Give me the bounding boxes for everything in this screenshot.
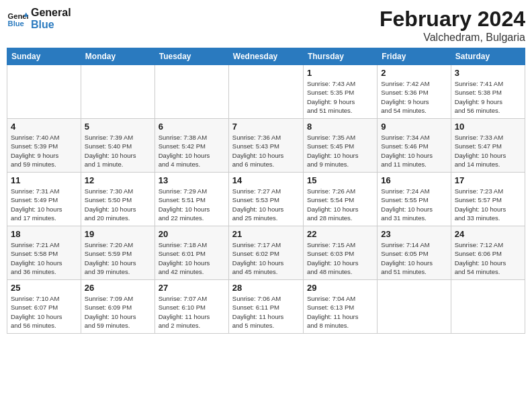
day-cell: 20Sunrise: 7:18 AM Sunset: 6:01 PM Dayli… (154, 226, 228, 280)
day-info: Sunrise: 7:09 AM Sunset: 6:09 PM Dayligh… (85, 294, 151, 330)
day-cell: 6Sunrise: 7:38 AM Sunset: 5:42 PM Daylig… (154, 119, 228, 173)
weekday-header-sunday: Sunday (7, 48, 81, 65)
weekday-header-monday: Monday (81, 48, 154, 65)
day-cell: 26Sunrise: 7:09 AM Sunset: 6:09 PM Dayli… (81, 280, 154, 334)
day-cell (378, 280, 451, 334)
day-info: Sunrise: 7:04 AM Sunset: 6:13 PM Dayligh… (307, 294, 373, 330)
day-cell: 4Sunrise: 7:40 AM Sunset: 5:39 PM Daylig… (7, 119, 81, 173)
day-info: Sunrise: 7:21 AM Sunset: 5:58 PM Dayligh… (11, 240, 77, 276)
day-number: 16 (381, 175, 447, 185)
day-number: 29 (307, 283, 373, 293)
day-number: 18 (11, 229, 77, 239)
day-number: 9 (381, 122, 447, 132)
weekday-header-friday: Friday (378, 48, 451, 65)
day-number: 8 (307, 122, 373, 132)
day-number: 11 (11, 175, 77, 185)
day-cell: 27Sunrise: 7:07 AM Sunset: 6:10 PM Dayli… (154, 280, 228, 334)
day-info: Sunrise: 7:40 AM Sunset: 5:39 PM Dayligh… (11, 133, 77, 169)
day-info: Sunrise: 7:41 AM Sunset: 5:38 PM Dayligh… (455, 79, 521, 115)
day-number: 4 (11, 122, 77, 132)
day-cell: 5Sunrise: 7:39 AM Sunset: 5:40 PM Daylig… (81, 119, 154, 173)
day-number: 3 (455, 68, 521, 78)
week-row-4: 18Sunrise: 7:21 AM Sunset: 5:58 PM Dayli… (7, 226, 525, 280)
day-info: Sunrise: 7:30 AM Sunset: 5:50 PM Dayligh… (85, 187, 151, 222)
weekday-header-wednesday: Wednesday (228, 48, 303, 65)
day-info: Sunrise: 7:20 AM Sunset: 5:59 PM Dayligh… (85, 240, 151, 276)
day-cell: 28Sunrise: 7:06 AM Sunset: 6:11 PM Dayli… (228, 280, 303, 334)
day-cell (451, 280, 525, 334)
day-number: 21 (232, 229, 300, 239)
day-info: Sunrise: 7:14 AM Sunset: 6:05 PM Dayligh… (381, 240, 447, 276)
day-number: 25 (11, 283, 77, 293)
week-row-5: 25Sunrise: 7:10 AM Sunset: 6:07 PM Dayli… (7, 280, 525, 334)
weekday-header-tuesday: Tuesday (154, 48, 228, 65)
day-number: 10 (455, 122, 521, 132)
day-number: 26 (85, 283, 151, 293)
day-info: Sunrise: 7:23 AM Sunset: 5:57 PM Dayligh… (455, 187, 521, 222)
day-number: 7 (232, 122, 300, 132)
day-info: Sunrise: 7:38 AM Sunset: 5:42 PM Dayligh… (159, 133, 225, 169)
day-cell: 8Sunrise: 7:35 AM Sunset: 5:45 PM Daylig… (303, 119, 377, 173)
day-cell (154, 65, 228, 119)
day-cell: 24Sunrise: 7:12 AM Sunset: 6:06 PM Dayli… (451, 226, 525, 280)
day-number: 12 (85, 175, 151, 185)
day-cell: 10Sunrise: 7:33 AM Sunset: 5:47 PM Dayli… (451, 119, 525, 173)
day-info: Sunrise: 7:34 AM Sunset: 5:46 PM Dayligh… (381, 133, 447, 169)
week-row-1: 1Sunrise: 7:43 AM Sunset: 5:35 PM Daylig… (7, 65, 525, 119)
day-number: 5 (85, 122, 151, 132)
logo: General Blue General Blue (7, 7, 71, 30)
day-number: 1 (307, 68, 373, 78)
day-info: Sunrise: 7:06 AM Sunset: 6:11 PM Dayligh… (232, 294, 300, 330)
day-cell: 7Sunrise: 7:36 AM Sunset: 5:43 PM Daylig… (228, 119, 303, 173)
day-cell: 29Sunrise: 7:04 AM Sunset: 6:13 PM Dayli… (303, 280, 377, 334)
day-info: Sunrise: 7:35 AM Sunset: 5:45 PM Dayligh… (307, 133, 373, 169)
title-block: February 2024 Valchedram, Bulgaria (380, 7, 525, 44)
logo-blue: Blue (31, 19, 71, 31)
weekday-header-row: SundayMondayTuesdayWednesdayThursdayFrid… (7, 48, 525, 65)
day-cell: 15Sunrise: 7:26 AM Sunset: 5:54 PM Dayli… (303, 173, 377, 226)
day-cell: 18Sunrise: 7:21 AM Sunset: 5:58 PM Dayli… (7, 226, 81, 280)
day-cell: 23Sunrise: 7:14 AM Sunset: 6:05 PM Dayli… (378, 226, 451, 280)
weekday-header-saturday: Saturday (451, 48, 525, 65)
day-cell: 25Sunrise: 7:10 AM Sunset: 6:07 PM Dayli… (7, 280, 81, 334)
day-cell: 2Sunrise: 7:42 AM Sunset: 5:36 PM Daylig… (378, 65, 451, 119)
day-cell: 19Sunrise: 7:20 AM Sunset: 5:59 PM Dayli… (81, 226, 154, 280)
day-cell: 1Sunrise: 7:43 AM Sunset: 5:35 PM Daylig… (303, 65, 377, 119)
day-number: 20 (159, 229, 225, 239)
day-info: Sunrise: 7:10 AM Sunset: 6:07 PM Dayligh… (11, 294, 77, 330)
day-number: 13 (159, 175, 225, 185)
day-cell: 11Sunrise: 7:31 AM Sunset: 5:49 PM Dayli… (7, 173, 81, 226)
location-subtitle: Valchedram, Bulgaria (380, 32, 525, 44)
day-info: Sunrise: 7:15 AM Sunset: 6:03 PM Dayligh… (307, 240, 373, 276)
day-cell: 9Sunrise: 7:34 AM Sunset: 5:46 PM Daylig… (378, 119, 451, 173)
week-row-3: 11Sunrise: 7:31 AM Sunset: 5:49 PM Dayli… (7, 173, 525, 226)
day-info: Sunrise: 7:31 AM Sunset: 5:49 PM Dayligh… (11, 187, 77, 222)
day-info: Sunrise: 7:36 AM Sunset: 5:43 PM Dayligh… (232, 133, 300, 169)
day-cell (228, 65, 303, 119)
day-info: Sunrise: 7:17 AM Sunset: 6:02 PM Dayligh… (232, 240, 300, 276)
day-info: Sunrise: 7:07 AM Sunset: 6:10 PM Dayligh… (159, 294, 225, 330)
day-number: 23 (381, 229, 447, 239)
day-cell (7, 65, 81, 119)
page-header: General Blue General Blue February 2024 … (7, 7, 525, 44)
logo-icon: General Blue (7, 8, 28, 30)
calendar-table: SundayMondayTuesdayWednesdayThursdayFrid… (7, 48, 525, 334)
day-info: Sunrise: 7:33 AM Sunset: 5:47 PM Dayligh… (455, 133, 521, 169)
day-info: Sunrise: 7:39 AM Sunset: 5:40 PM Dayligh… (85, 133, 151, 169)
day-number: 28 (232, 283, 300, 293)
day-info: Sunrise: 7:43 AM Sunset: 5:35 PM Dayligh… (307, 79, 373, 115)
day-cell (81, 65, 154, 119)
day-cell: 12Sunrise: 7:30 AM Sunset: 5:50 PM Dayli… (81, 173, 154, 226)
day-info: Sunrise: 7:27 AM Sunset: 5:53 PM Dayligh… (232, 187, 300, 222)
day-number: 19 (85, 229, 151, 239)
week-row-2: 4Sunrise: 7:40 AM Sunset: 5:39 PM Daylig… (7, 119, 525, 173)
day-cell: 17Sunrise: 7:23 AM Sunset: 5:57 PM Dayli… (451, 173, 525, 226)
day-info: Sunrise: 7:29 AM Sunset: 5:51 PM Dayligh… (159, 187, 225, 222)
day-number: 15 (307, 175, 373, 185)
day-number: 27 (159, 283, 225, 293)
day-info: Sunrise: 7:12 AM Sunset: 6:06 PM Dayligh… (455, 240, 521, 276)
day-number: 2 (381, 68, 447, 78)
day-info: Sunrise: 7:42 AM Sunset: 5:36 PM Dayligh… (381, 79, 447, 115)
day-cell: 16Sunrise: 7:24 AM Sunset: 5:55 PM Dayli… (378, 173, 451, 226)
day-number: 24 (455, 229, 521, 239)
